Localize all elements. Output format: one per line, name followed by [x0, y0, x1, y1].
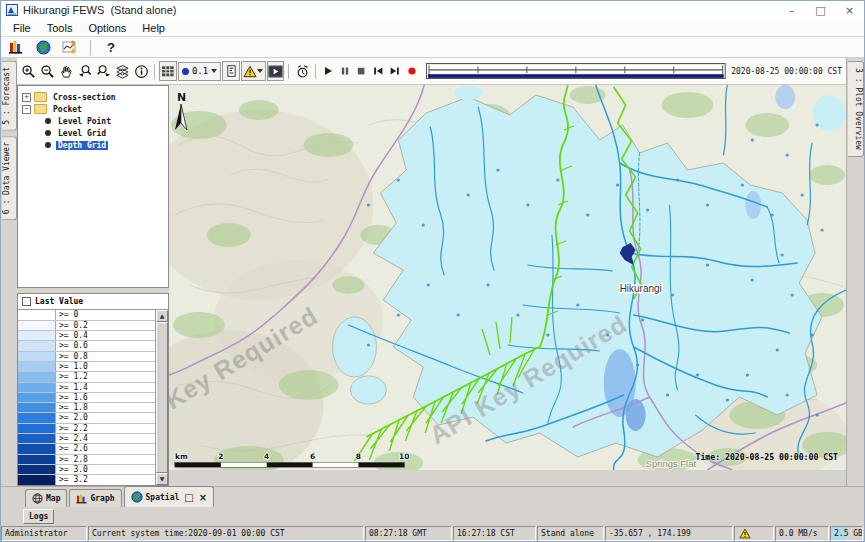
scroll-up-icon[interactable]: ▲ — [156, 310, 168, 322]
record-button[interactable] — [404, 62, 420, 80]
legend-row[interactable]: >= 1.0 — [18, 362, 155, 372]
legend-row[interactable]: >= 3.0 — [18, 465, 155, 475]
tree-leaf-level-grid[interactable]: Level Grid — [18, 127, 168, 139]
maximize-button[interactable]: □ — [806, 1, 835, 19]
menu-file[interactable]: File — [5, 21, 39, 35]
scroll-down-icon[interactable]: ▼ — [156, 473, 168, 485]
skip-end-icon — [390, 66, 400, 76]
status-mode: Stand alone — [537, 526, 604, 541]
tab-maximize-icon[interactable]: □ — [184, 492, 193, 503]
zoom-out-button[interactable] — [39, 61, 57, 81]
animation-settings-button[interactable] — [293, 61, 311, 81]
explorer-button[interactable] — [6, 38, 26, 56]
tab-spatial[interactable]: Spatial □ × — [124, 486, 215, 507]
legend-row[interactable]: >= 2.2 — [18, 424, 155, 434]
map-display-button[interactable] — [33, 38, 53, 56]
tab-data-viewer[interactable]: 6 : Data Viewer — [2, 136, 17, 220]
legend-row[interactable]: >= 2.8 — [18, 455, 155, 465]
tree-node-cross-section[interactable]: + Cross-section — [18, 91, 168, 103]
legend-row[interactable]: >= 0 — [18, 310, 155, 320]
threshold-dropdown[interactable]: 0.1 — [178, 62, 221, 81]
bullet-icon — [45, 142, 51, 148]
warnings-dropdown-button[interactable] — [241, 61, 266, 81]
filter-tree: + Cross-section − Pocket Level Point — [17, 85, 169, 288]
zoom-next-button[interactable] — [95, 61, 113, 81]
map-view[interactable]: API Key Required API Key Required Hikura… — [169, 85, 846, 470]
tab-spatial-label: Spatial — [146, 493, 180, 502]
minimize-button[interactable]: – — [777, 1, 806, 19]
help-button[interactable]: ? — [101, 38, 121, 56]
logs-button[interactable]: Logs — [23, 509, 54, 524]
legend-row[interactable]: >= 1.8 — [18, 403, 155, 413]
scale-tick: 6 — [310, 452, 315, 461]
tree-leaf-depth-grid[interactable]: Depth Grid — [18, 139, 168, 151]
layers-button[interactable] — [114, 61, 132, 81]
pause-button[interactable] — [337, 62, 353, 80]
toolbar-separator — [315, 64, 316, 79]
title-bar[interactable]: Hikurangi FEWS (Stand alone) – □ × — [1, 1, 864, 19]
timeseries-button[interactable] — [60, 38, 80, 56]
legend-row[interactable]: >= 2.6 — [18, 444, 155, 454]
menu-options[interactable]: Options — [80, 21, 134, 35]
tab-close-icon[interactable]: × — [199, 492, 207, 503]
zoom-in-button[interactable] — [20, 61, 38, 81]
legend-row[interactable]: >= 1.4 — [18, 383, 155, 393]
expand-icon[interactable]: + — [22, 93, 31, 102]
legend-row[interactable]: >= 0.2 — [18, 321, 155, 331]
movie-button[interactable] — [267, 61, 285, 81]
map-canvas[interactable]: API Key Required API Key Required Hikura… — [169, 85, 846, 470]
tab-forecast[interactable]: 5 : Forecast — [2, 61, 17, 131]
skip-start-icon — [373, 66, 383, 76]
pan-button[interactable] — [57, 61, 75, 81]
play-button[interactable] — [320, 62, 336, 80]
collapse-icon[interactable]: − — [22, 105, 31, 114]
legend-row[interactable]: >= 0.8 — [18, 352, 155, 362]
grid-toggle-button[interactable] — [159, 61, 177, 81]
zoom-previous-button[interactable] — [76, 61, 94, 81]
map-time-label: Time: 2020-08-25 00:00:00 CST — [696, 452, 839, 462]
tree-node-pocket[interactable]: − Pocket — [18, 103, 168, 115]
warning-icon — [739, 528, 751, 539]
skip-start-button[interactable] — [370, 62, 386, 80]
scale-tick: 4 — [264, 452, 269, 461]
tree-node-label: Pocket — [51, 105, 84, 114]
play-icon — [323, 66, 333, 76]
legend-row[interactable]: >= 1.2 — [18, 372, 155, 382]
tab-graph[interactable]: Graph — [69, 489, 121, 507]
legend-row[interactable]: >= 2.0 — [18, 413, 155, 423]
status-warning-cell[interactable] — [734, 526, 774, 541]
legend-row[interactable]: >= 2.4 — [18, 434, 155, 444]
close-button[interactable]: × — [835, 1, 864, 19]
legend-row[interactable]: >= 0.6 — [18, 341, 155, 351]
legend-toggle-button[interactable] — [222, 61, 240, 81]
status-coordinates: -35.657 , 174.199 — [605, 526, 733, 541]
skip-end-button[interactable] — [387, 62, 403, 80]
tab-map[interactable]: Map — [25, 489, 67, 507]
city-label: Hikurangi — [620, 283, 662, 294]
info-icon — [134, 64, 149, 79]
legend-scrollbar[interactable]: ▲ ▼ — [155, 310, 168, 485]
globe-icon — [131, 491, 143, 503]
bullet-icon — [45, 130, 51, 136]
legend-row[interactable]: >= 1.6 — [18, 393, 155, 403]
movie-play-icon — [268, 65, 283, 78]
scale-unit: km — [175, 452, 188, 461]
tab-plot-overview[interactable]: 3 : Plot Overview — [848, 61, 864, 157]
bar-chart-icon — [76, 493, 87, 504]
info-button[interactable] — [132, 61, 150, 81]
last-value-checkbox[interactable] — [22, 297, 31, 306]
scale-tick: 8 — [356, 452, 361, 461]
menu-tools[interactable]: Tools — [39, 21, 81, 35]
tree-leaf-level-point[interactable]: Level Point — [18, 115, 168, 127]
status-user: Administrator — [1, 526, 87, 541]
legend-row[interactable]: >= 3.2 — [18, 475, 155, 485]
current-time-display: 2020-08-25 00:00:00 CST — [731, 67, 842, 76]
scrollbar-thumb[interactable] — [156, 322, 168, 473]
chevron-down-icon — [211, 69, 217, 73]
stop-button[interactable] — [354, 62, 370, 80]
menu-help[interactable]: Help — [134, 21, 173, 35]
status-memory: 2.5 GB — [830, 526, 863, 541]
class-dot-icon — [182, 68, 189, 75]
time-slider[interactable] — [426, 63, 726, 79]
legend-row[interactable]: >= 0.4 — [18, 331, 155, 341]
